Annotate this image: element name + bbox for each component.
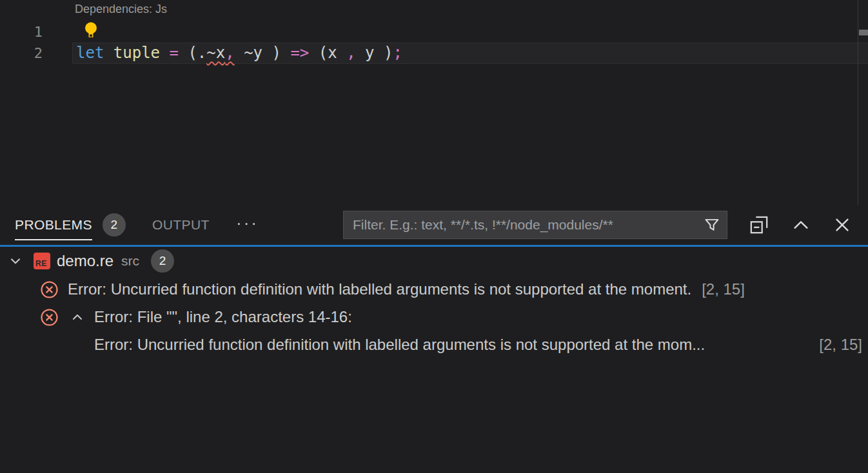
problem-file-row[interactable]: RE demo.re src 2 — [0, 247, 868, 275]
reason-file-icon: RE — [34, 253, 50, 269]
tab-output-label: OUTPUT — [152, 217, 210, 233]
error-squiggle: ~x, — [206, 44, 234, 62]
line-number-1[interactable]: 1 — [0, 21, 43, 43]
overview-ruler-marker — [859, 30, 868, 35]
codelens-dependencies[interactable]: Dependencies: Js — [75, 3, 167, 16]
problem-error-row-1[interactable]: Error: Uncurried function definition wit… — [0, 275, 868, 304]
more-views-button[interactable]: ··· — [236, 205, 259, 241]
collapse-all-icon[interactable] — [749, 215, 769, 235]
problems-tree: RE demo.re src 2 Error: Uncurried functi… — [0, 247, 868, 473]
problems-count-badge: 2 — [103, 213, 126, 236]
error-message: Error: Uncurried function definition wit… — [68, 280, 691, 298]
editor-surface[interactable]: Dependencies: Js 1 2 let tuple = (.~x, ~… — [0, 0, 868, 205]
bottom-panel: PROBLEMS 2 OUTPUT ··· — [0, 205, 868, 473]
chevron-up-icon[interactable] — [70, 309, 85, 325]
error-message-continuation: Error: Uncurried function definition wit… — [94, 336, 705, 354]
panel-header: PROBLEMS 2 OUTPUT ··· — [0, 205, 868, 247]
error-icon — [40, 308, 59, 327]
minimap-border — [858, 0, 858, 205]
lightbulb-icon[interactable] — [83, 21, 99, 39]
file-directory: src — [121, 253, 139, 269]
problems-filter-box — [343, 211, 727, 239]
file-name: demo.re — [57, 252, 113, 270]
error-icon — [40, 280, 59, 299]
close-panel-icon[interactable] — [833, 215, 852, 235]
error-position: [2, 15] — [819, 336, 862, 354]
tab-output[interactable]: OUTPUT — [152, 205, 210, 245]
filter-icon[interactable] — [704, 217, 720, 233]
chevron-down-icon[interactable] — [8, 253, 23, 269]
error-position: [2, 15] — [702, 280, 745, 298]
tab-problems-label: PROBLEMS — [15, 217, 92, 233]
code-line[interactable]: let tuple = (.~x, ~y ) => (x , y ); — [76, 43, 402, 64]
vscode-window: Dependencies: Js 1 2 let tuple = (.~x, ~… — [0, 0, 868, 473]
problems-filter-input[interactable] — [351, 217, 698, 233]
tab-problems[interactable]: PROBLEMS 2 — [15, 205, 126, 245]
problem-error-row-3[interactable]: Error: Uncurried function definition wit… — [0, 331, 868, 359]
file-error-count-badge: 2 — [151, 249, 174, 273]
problem-error-row-2[interactable]: Error: File "", line 2, characters 14-16… — [0, 303, 868, 331]
error-message: Error: File "", line 2, characters 14-16… — [94, 308, 352, 326]
maximize-panel-icon[interactable] — [791, 215, 811, 235]
line-number-2[interactable]: 2 — [0, 43, 43, 64]
